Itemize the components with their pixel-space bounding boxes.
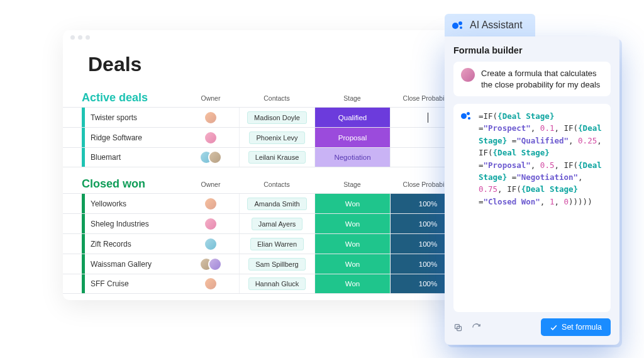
contact-chip: Jamal Ayers (252, 218, 303, 230)
section-title-closed: Closed won (63, 177, 182, 191)
assistant-logo-icon (452, 19, 465, 31)
table-row[interactable]: Ridge SoftwarePhoenix LevyProposal (63, 127, 465, 147)
formula-text[interactable]: =IF({Deal Stage} ="Prospect", 0.1, IF({D… (479, 110, 603, 306)
contact-cell[interactable]: Leilani Krause (239, 148, 314, 167)
avatar (208, 150, 222, 164)
window-dot (86, 35, 90, 40)
group-color-bar (82, 148, 85, 167)
owner-cell[interactable] (182, 111, 239, 125)
contact-cell[interactable]: Jamal Ayers (239, 214, 314, 233)
deal-name-cell[interactable]: Twister sports (63, 108, 182, 127)
contact-chip: Hannah Gluck (248, 277, 306, 290)
user-message-bubble: Create a formula that calculates the clo… (453, 62, 611, 96)
stage-chip: Won (315, 254, 390, 274)
deal-name: Ridge Software (82, 133, 142, 142)
regenerate-icon[interactable] (472, 323, 481, 332)
owner-cell[interactable] (182, 217, 239, 231)
stage-chip: Qualified (315, 108, 390, 127)
group-color-bar (82, 108, 85, 127)
copy-icon[interactable] (453, 323, 463, 332)
avatar (204, 131, 218, 145)
table-row[interactable]: Waissman GallerySam SpillbergWon100% (63, 254, 465, 274)
stage-chip: Won (315, 194, 390, 213)
avatar (208, 257, 222, 271)
section-header-closed: Closed won Owner Contacts Stage Close Pr… (63, 177, 465, 193)
deal-name: SFF Cruise (82, 279, 129, 288)
group-color-bar (82, 214, 85, 233)
col-header-owner: Owner (182, 181, 239, 191)
deal-name: Zift Records (82, 240, 131, 249)
stage-cell[interactable]: Qualified (314, 108, 390, 127)
owner-cell[interactable] (182, 277, 239, 291)
table-row[interactable]: Twister sportsMadison DoyleQualified (63, 107, 465, 127)
owner-cell[interactable] (182, 197, 239, 211)
set-formula-label: Set formula (562, 323, 602, 332)
user-message-text: Create a formula that calculates the clo… (481, 68, 603, 90)
table-row[interactable]: Zift RecordsElian WarrenWon100% (63, 233, 465, 254)
contact-chip: Phoenix Levy (249, 131, 304, 144)
group-color-bar (82, 254, 85, 274)
contact-cell[interactable]: Hannah Gluck (239, 274, 314, 293)
ai-assistant-panel: Formula builder Create a formula that ca… (445, 36, 619, 345)
window-dot (70, 35, 75, 40)
deal-name-cell[interactable]: Sheleg Industries (63, 214, 182, 233)
contact-chip: Leilani Krause (248, 151, 306, 164)
contact-chip: Madison Doyle (247, 111, 307, 124)
deal-name: Twister sports (82, 113, 137, 122)
deal-name-cell[interactable]: Yelloworks (63, 194, 182, 213)
avatar (204, 217, 218, 231)
contact-cell[interactable]: Madison Doyle (239, 108, 314, 127)
contact-cell[interactable]: Phoenix Levy (239, 128, 314, 147)
stage-cell[interactable]: Won (314, 234, 390, 254)
owner-cell[interactable] (182, 150, 239, 164)
owner-cell[interactable] (182, 237, 239, 251)
stage-cell[interactable]: Negotiation (314, 148, 390, 167)
table-row[interactable]: SFF CruiseHannah GluckWon100% (63, 274, 465, 294)
owner-cell[interactable] (182, 257, 239, 271)
set-formula-button[interactable]: Set formula (541, 318, 611, 336)
group-color-bar (82, 234, 85, 254)
contact-cell[interactable]: Elian Warren (239, 234, 314, 254)
stage-chip: Won (315, 234, 390, 254)
deal-name: Yelloworks (82, 199, 126, 208)
window-dot (78, 35, 82, 40)
table-row[interactable]: Sheleg IndustriesJamal AyersWon100% (63, 213, 465, 233)
deal-name: Sheleg Industries (82, 220, 149, 228)
assistant-logo-icon (461, 110, 472, 121)
stage-cell[interactable]: Won (314, 274, 390, 293)
deal-name: Bluemart (82, 153, 121, 162)
table-row[interactable]: YelloworksAmanda SmithWon100% (63, 193, 465, 213)
avatar (204, 111, 218, 125)
window-titlebar (63, 30, 465, 43)
panel-footer: Set formula (453, 312, 611, 336)
col-header-contacts: Contacts (239, 94, 314, 104)
contact-cell[interactable]: Amanda Smith (239, 194, 314, 213)
stage-cell[interactable]: Won (314, 254, 390, 274)
owner-cell[interactable] (182, 131, 239, 145)
ai-assistant-tab[interactable]: AI Assistant (445, 14, 535, 36)
stage-cell[interactable]: Won (314, 214, 390, 233)
deal-name-cell[interactable]: SFF Cruise (63, 274, 182, 293)
group-color-bar (82, 194, 85, 213)
stage-chip: Negotiation (315, 148, 390, 167)
section-header-active: Active deals Owner Contacts Stage Close … (63, 91, 465, 107)
group-color-bar (82, 274, 85, 293)
page-title: Deals (63, 43, 465, 91)
col-header-contacts: Contacts (239, 181, 314, 191)
avatar (204, 237, 218, 251)
col-header-stage: Stage (314, 181, 390, 191)
deal-name-cell[interactable]: Bluemart (63, 148, 182, 167)
assistant-tab-label: AI Assistant (470, 20, 523, 31)
contact-cell[interactable]: Sam Spillberg (239, 254, 314, 274)
formula-response-bubble: =IF({Deal Stage} ="Prospect", 0.1, IF({D… (453, 104, 611, 312)
stage-cell[interactable]: Won (314, 194, 390, 213)
table-row[interactable]: BluemartLeilani KrauseNegotiation (63, 147, 465, 167)
deal-name-cell[interactable]: Ridge Software (63, 128, 182, 147)
deal-name-cell[interactable]: Waissman Gallery (63, 254, 182, 274)
group-color-bar (82, 128, 85, 147)
deal-name-cell[interactable]: Zift Records (63, 234, 182, 254)
contact-chip: Elian Warren (250, 238, 304, 250)
user-avatar (461, 68, 475, 82)
stage-cell[interactable]: Proposal (314, 128, 390, 147)
contact-chip: Amanda Smith (247, 198, 306, 210)
